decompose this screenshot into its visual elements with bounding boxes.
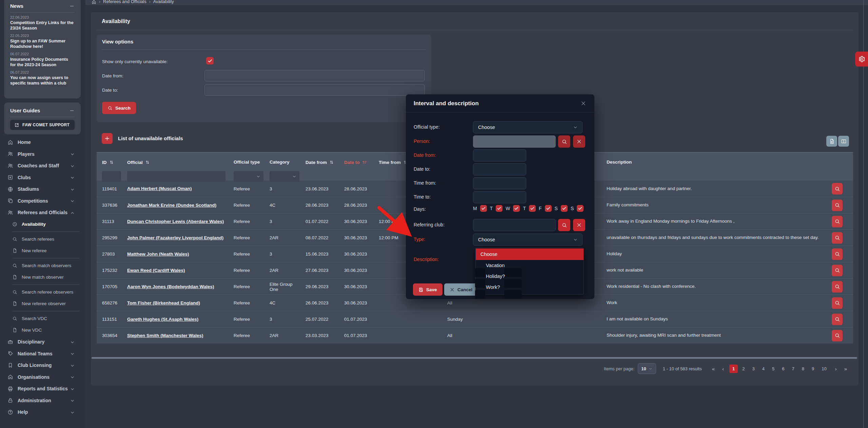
home-icon[interactable] bbox=[92, 0, 96, 4]
page-number-10[interactable]: 10 bbox=[818, 365, 829, 373]
row-view-button[interactable] bbox=[832, 216, 843, 227]
page-number-1[interactable]: 1 bbox=[729, 365, 738, 373]
column-header-time_from[interactable]: Time from bbox=[379, 155, 408, 165]
person-search-button[interactable] bbox=[558, 135, 570, 148]
first-page-button[interactable]: « bbox=[710, 366, 717, 372]
column-header-date_to[interactable]: Date to bbox=[344, 155, 374, 165]
row-view-button[interactable] bbox=[832, 232, 843, 244]
row-view-button[interactable] bbox=[832, 183, 843, 194]
page-number-9[interactable]: 9 bbox=[809, 365, 817, 373]
export-button[interactable] bbox=[826, 136, 837, 147]
horizontal-scrollbar[interactable] bbox=[92, 357, 857, 359]
official-link[interactable]: Tom Fisher (Birkenhead England) bbox=[127, 300, 200, 305]
save-button[interactable]: Save bbox=[413, 283, 442, 296]
sidebar-item-disciplinary[interactable]: Disciplinary bbox=[0, 336, 85, 348]
official-link[interactable]: Adam Herbert (Muscat Oman) bbox=[127, 186, 192, 191]
page-number-4[interactable]: 4 bbox=[759, 365, 768, 373]
day-checkbox[interactable] bbox=[545, 205, 552, 212]
row-view-button[interactable] bbox=[832, 330, 843, 341]
official-link[interactable]: Jonathan Mark Ervine (Dundee Scotland) bbox=[127, 203, 216, 208]
sidebar-item-help[interactable]: Help bbox=[0, 406, 85, 418]
column-header-category[interactable]: Category bbox=[270, 155, 301, 165]
cancel-button[interactable]: Cancel bbox=[444, 283, 478, 296]
date-from-input[interactable] bbox=[204, 70, 425, 81]
sidebar-item-new-referee[interactable]: New referee bbox=[0, 245, 85, 257]
sidebar-item-search-referees[interactable]: Search referees bbox=[0, 233, 85, 245]
breadcrumb-item[interactable]: Availability bbox=[153, 0, 174, 4]
add-interval-button[interactable] bbox=[102, 133, 113, 144]
type-option-holiday[interactable]: Holiday? bbox=[476, 271, 584, 282]
id-filter-input[interactable] bbox=[102, 171, 121, 182]
day-checkbox[interactable] bbox=[529, 205, 536, 212]
column-header-id[interactable]: ID bbox=[102, 155, 122, 165]
modal-date-to-input[interactable] bbox=[473, 163, 526, 175]
page-number-5[interactable]: 5 bbox=[769, 365, 777, 373]
breadcrumb-item[interactable]: Referees and Officials bbox=[103, 0, 146, 4]
type-option-choose[interactable]: Choose bbox=[476, 248, 584, 260]
news-item[interactable]: 22.05.2023 Sign up to an FAW Summer Road… bbox=[10, 34, 75, 49]
referring-club-clear-button[interactable] bbox=[573, 219, 585, 231]
official-type-select[interactable]: Choose bbox=[473, 121, 583, 133]
time-from-input[interactable] bbox=[473, 177, 526, 189]
sidebar-item-new-vdc[interactable]: New VDC bbox=[0, 324, 85, 336]
news-item[interactable]: 22.06.2023 Competition Entry Links for t… bbox=[10, 15, 75, 31]
official-link[interactable]: Aaron Wyn Jones (Bodelwyddan Wales) bbox=[127, 284, 214, 289]
sidebar-item-home[interactable]: Home bbox=[0, 136, 85, 148]
row-view-button[interactable] bbox=[832, 314, 843, 325]
type-select[interactable]: Choose bbox=[473, 234, 583, 246]
sidebar-item-availability[interactable]: Availability bbox=[0, 219, 85, 230]
sidebar-item-new-match-observer[interactable]: New match observer bbox=[0, 272, 85, 283]
sidebar-item-clubs[interactable]: Clubs bbox=[0, 172, 85, 184]
sidebar-item-search-match-observers[interactable]: Search match observers bbox=[0, 260, 85, 272]
next-page-button[interactable]: › bbox=[833, 366, 839, 372]
page-number-7[interactable]: 7 bbox=[789, 365, 797, 373]
search-button[interactable]: Search bbox=[102, 102, 136, 114]
columns-button[interactable] bbox=[838, 136, 849, 147]
sidebar-item-reports-and-statistics[interactable]: Reports and Statistics bbox=[0, 383, 85, 395]
news-item[interactable]: 06.07.2022 Insurance Policy Documents fo… bbox=[10, 52, 75, 68]
column-header-type[interactable]: Official type bbox=[234, 155, 265, 165]
news-item[interactable]: 06.07.2022 You can now assign users to s… bbox=[10, 70, 75, 86]
official-link[interactable]: Gareth Hughes (St.Asaph Wales) bbox=[127, 317, 198, 322]
category-filter-select[interactable] bbox=[270, 171, 299, 182]
page-number-6[interactable]: 6 bbox=[779, 365, 787, 373]
settings-gear-button[interactable] bbox=[855, 52, 868, 67]
row-view-button[interactable] bbox=[832, 297, 843, 309]
column-header-actions[interactable] bbox=[832, 155, 845, 160]
official-link[interactable]: Ewan Reed (Cardiff Wales) bbox=[127, 268, 185, 273]
items-per-page-select[interactable]: 10 bbox=[638, 363, 656, 374]
sidebar-item-organisations[interactable]: Organisations bbox=[0, 371, 85, 383]
type-option-work[interactable]: Work? bbox=[476, 282, 584, 293]
time-to-input[interactable] bbox=[473, 191, 526, 203]
official-link[interactable]: John Palmer (Fazakerley Liverpool Englan… bbox=[127, 235, 223, 240]
show-unavailable-checkbox[interactable] bbox=[206, 57, 214, 64]
type-option-vacation[interactable]: Vacation bbox=[476, 260, 584, 271]
official-link[interactable]: Stephen Smith (Manchester Wales) bbox=[127, 333, 203, 338]
sidebar-item-administration[interactable]: Administration bbox=[0, 395, 85, 407]
row-view-button[interactable] bbox=[832, 281, 843, 293]
sidebar-item-search-referee-observers[interactable]: Search referee observers bbox=[0, 286, 85, 298]
close-icon[interactable] bbox=[580, 100, 586, 106]
sidebar-item-coaches-and-staff[interactable]: Coaches and Staff bbox=[0, 160, 85, 172]
faw-comet-support-link[interactable]: FAW COMET SUPPORT bbox=[10, 120, 75, 130]
sidebar-item-competitions[interactable]: Competitions bbox=[0, 195, 85, 207]
person-input[interactable] bbox=[473, 135, 556, 148]
page-number-2[interactable]: 2 bbox=[739, 365, 748, 373]
referring-club-search-button[interactable] bbox=[558, 219, 570, 231]
page-number-3[interactable]: 3 bbox=[749, 365, 758, 373]
column-header-date_from[interactable]: Date from bbox=[305, 155, 339, 165]
sidebar-item-national-teams[interactable]: National Teams bbox=[0, 348, 85, 360]
sidebar-item-players[interactable]: Players bbox=[0, 148, 85, 160]
sidebar-item-search-vdc[interactable]: Search VDC bbox=[0, 313, 85, 324]
sidebar-item-club-licensing[interactable]: Club Licensing bbox=[0, 359, 85, 371]
modal-date-from-input[interactable] bbox=[473, 149, 526, 162]
official-filter-input[interactable] bbox=[127, 171, 225, 182]
row-view-button[interactable] bbox=[832, 265, 843, 276]
referring-club-input[interactable] bbox=[473, 219, 556, 231]
sidebar-item-new-referee-observer[interactable]: New referee observer bbox=[0, 298, 85, 310]
day-checkbox[interactable] bbox=[513, 205, 520, 212]
sidebar-item-referees-and-officials[interactable]: Referees and Officials bbox=[0, 207, 85, 219]
day-checkbox[interactable] bbox=[496, 205, 502, 212]
news-collapse-button[interactable] bbox=[69, 3, 75, 9]
day-checkbox[interactable] bbox=[480, 205, 487, 212]
